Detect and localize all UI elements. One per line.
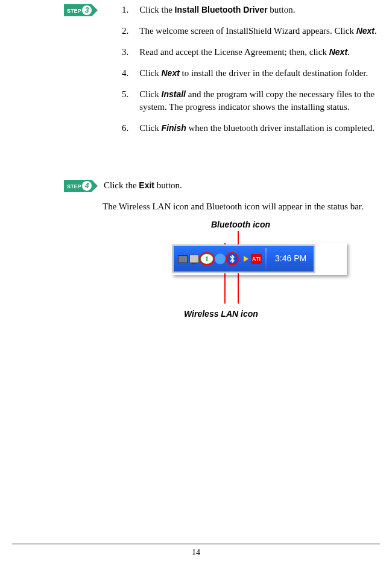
step3-block: STEP 3 1. Click the Install Bluetooth Dr… xyxy=(12,4,380,143)
ati-icon[interactable]: ATI xyxy=(251,254,262,264)
item-num: 1. xyxy=(104,4,128,16)
item-text: The welcome screen of InstallShield Wiza… xyxy=(128,25,378,37)
display-icon[interactable] xyxy=(189,255,199,263)
manual-page: STEP 3 1. Click the Install Bluetooth Dr… xyxy=(0,0,392,566)
step4-paragraph: The Wireless LAN icon and Bluetooth icon… xyxy=(103,200,380,213)
list-item: 4. Click Next to install the driver in t… xyxy=(104,67,378,80)
step4-badge-text: STEP xyxy=(67,183,81,189)
item-num: 6. xyxy=(104,122,128,135)
bluetooth-icon-label: Bluetooth icon xyxy=(211,219,270,231)
footer-rule xyxy=(12,544,380,544)
item-text: Click Next to install the driver in the … xyxy=(128,67,378,80)
item-num: 2. xyxy=(104,25,128,37)
step3-badge-num: 3 xyxy=(85,6,89,14)
tray-container: 1 ATI 3:46 PM xyxy=(172,244,315,273)
tray-separator xyxy=(265,248,267,270)
step4-badge: STEP 4 xyxy=(64,180,98,192)
clock[interactable]: 3:46 PM xyxy=(269,253,310,265)
bluetooth-icon[interactable] xyxy=(227,253,238,264)
item-num: 4. xyxy=(104,67,128,80)
step4-block: STEP 4 Click the Exit button. xyxy=(12,179,380,192)
step4-badge-num: 4 xyxy=(84,182,89,190)
list-item: 6. Click Finish when the bluetooth drive… xyxy=(104,122,378,135)
page-number: 14 xyxy=(0,547,392,559)
step3-body: 1. Click the Install Bluetooth Driver bu… xyxy=(104,4,380,143)
item-text: Click the Install Bluetooth Driver butto… xyxy=(128,4,378,16)
list-item: 1. Click the Install Bluetooth Driver bu… xyxy=(104,4,378,16)
item-text: Click Install and the program will copy … xyxy=(128,88,378,113)
step4-line: Click the Exit button. xyxy=(104,179,380,192)
item-num: 5. xyxy=(104,88,128,101)
tray-diagram: Bluetooth icon 1 ATI 3:46 PM Wireless LA… xyxy=(12,219,380,328)
list-item: 3. Read and accept the License Agreement… xyxy=(104,46,378,59)
system-tray: 1 ATI 3:46 PM xyxy=(172,243,347,275)
wlan-icon-label: Wireless LAN icon xyxy=(184,308,258,320)
wireless-lan-icon[interactable]: 1 xyxy=(200,253,213,264)
step3-badge-text: STEP xyxy=(67,8,81,14)
item-text: Click Finish when the bluetooth driver i… xyxy=(128,122,378,135)
step3-badge: STEP 3 xyxy=(64,4,98,16)
network-monitor-icon[interactable] xyxy=(177,253,188,264)
item-text: Read and accept the License Agreement; t… xyxy=(128,46,378,59)
list-item: 2. The welcome screen of InstallShield W… xyxy=(104,25,378,37)
item-num: 3. xyxy=(104,46,128,59)
generic-tray-icon[interactable] xyxy=(215,253,226,264)
speaker-icon[interactable] xyxy=(239,253,250,264)
step3-list: 1. Click the Install Bluetooth Driver bu… xyxy=(104,4,378,135)
list-item: 5. Click Install and the program will co… xyxy=(104,88,378,113)
